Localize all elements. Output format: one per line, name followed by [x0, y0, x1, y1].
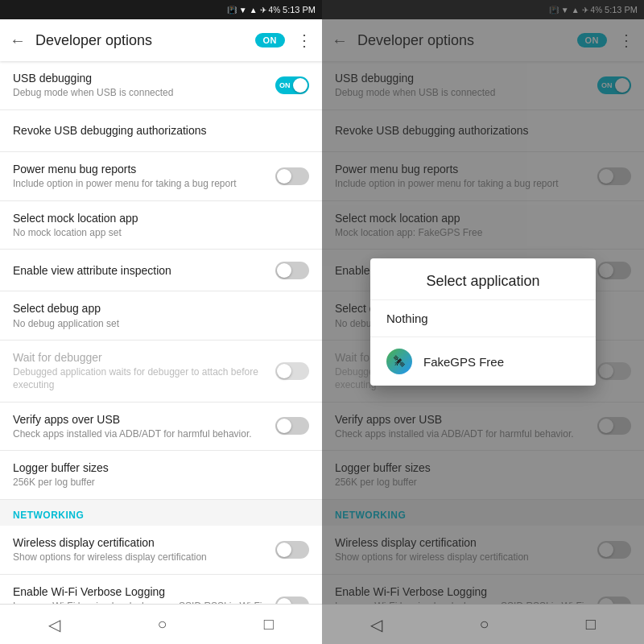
view-attribute-item[interactable]: Enable view attribute inspection — [0, 250, 322, 291]
battery-percent: 4% — [269, 6, 280, 14]
developer-toggle-left[interactable]: ON — [255, 33, 286, 47]
back-nav-left[interactable]: ◁ — [48, 615, 60, 634]
debug-app-item[interactable]: Select debug app No debug application se… — [0, 291, 322, 341]
home-nav-left[interactable]: ○ — [157, 615, 167, 634]
mock-location-title: Select mock location app — [13, 211, 303, 225]
toggle-knob — [293, 78, 308, 93]
recents-nav-left[interactable]: □ — [264, 615, 274, 634]
power-menu-text: Power menu bug reports Include option in… — [13, 162, 269, 191]
power-menu-toggle[interactable] — [275, 167, 309, 185]
left-panel: 📳 ▼ ▲ ✈ 4% 5:13 PM ← Developer options O… — [0, 0, 322, 644]
dialog-item-fakegps[interactable]: 🛰 FakeGPS Free — [370, 336, 596, 386]
logger-buffer-item[interactable]: Logger buffer sizes 256K per log buffer — [0, 451, 322, 500]
wireless-display-title: Wireless display certification — [13, 535, 269, 550]
wireless-display-toggle[interactable] — [275, 541, 309, 559]
verify-apps-text: Verify apps over USB Check apps installe… — [13, 412, 269, 441]
revoke-usb-title: Revoke USB debugging authorizations — [13, 123, 303, 138]
wait-debugger-toggle — [275, 362, 309, 380]
logger-buffer-subtitle: 256K per log buffer — [13, 477, 303, 489]
wait-debugger-text: Wait for debugger Debugged application w… — [13, 350, 269, 391]
wait-debugger-item: Wait for debugger Debugged application w… — [0, 341, 322, 402]
wifi-verbose-item[interactable]: Enable Wi-Fi Verbose Logging Increase Wi… — [0, 575, 322, 604]
vibrate-icon: 📳 — [227, 6, 237, 14]
usb-debugging-text: USB debugging Debug mode when USB is con… — [13, 71, 269, 100]
wireless-display-text: Wireless display certification Show opti… — [13, 535, 269, 564]
toggle-on-label: ON — [279, 81, 291, 89]
toggle-knob — [277, 543, 291, 557]
usb-debugging-item[interactable]: USB debugging Debug mode when USB is con… — [0, 61, 322, 110]
wifi-verbose-text: Enable Wi-Fi Verbose Logging Increase Wi… — [13, 584, 269, 604]
verify-apps-item[interactable]: Verify apps over USB Check apps installe… — [0, 402, 322, 452]
usb-debugging-subtitle: Debug mode when USB is connected — [13, 87, 269, 100]
mock-location-text: Select mock location app No mock locatio… — [13, 211, 303, 240]
dialog-overlay[interactable]: Select application Nothing 🛰 FakeGPS Fre… — [322, 0, 644, 644]
wireless-display-item[interactable]: Wireless display certification Show opti… — [0, 526, 322, 575]
toggle-knob — [277, 263, 291, 278]
networking-section-header: NETWORKING — [0, 500, 322, 526]
view-attribute-text: Enable view attribute inspection — [13, 263, 269, 278]
more-menu-left[interactable]: ⋮ — [296, 31, 312, 50]
status-time: 5:13 PM — [283, 5, 316, 14]
mock-location-item[interactable]: Select mock location app No mock locatio… — [0, 201, 322, 250]
wifi-verbose-toggle[interactable] — [275, 597, 309, 604]
fakegps-label: FakeGPS Free — [423, 355, 504, 369]
power-menu-title: Power menu bug reports — [13, 162, 269, 176]
mock-location-subtitle: No mock location app set — [13, 227, 303, 240]
view-attribute-toggle[interactable] — [275, 262, 309, 279]
debug-app-subtitle: No debug application set — [13, 318, 303, 331]
dialog-item-nothing[interactable]: Nothing — [370, 299, 596, 336]
power-menu-subtitle: Include option in power menu for taking … — [13, 178, 269, 191]
settings-list-left: USB debugging Debug mode when USB is con… — [0, 61, 322, 604]
status-bar-left: 📳 ▼ ▲ ✈ 4% 5:13 PM — [0, 0, 322, 19]
nothing-label: Nothing — [386, 312, 428, 325]
fakegps-icon: 🛰 — [386, 349, 412, 374]
verify-apps-toggle[interactable] — [275, 417, 309, 435]
dialog-title: Select application — [370, 258, 596, 299]
verify-apps-subtitle: Check apps installed via ADB/ADT for har… — [13, 428, 269, 441]
signal-icon: ▼ — [239, 6, 247, 14]
toggle-knob — [277, 364, 291, 378]
wifi-icon: ▲ — [250, 6, 258, 14]
logger-buffer-title: Logger buffer sizes — [13, 460, 303, 475]
usb-debugging-toggle[interactable]: ON — [275, 76, 309, 94]
revoke-usb-text: Revoke USB debugging authorizations — [13, 123, 303, 138]
wifi-verbose-title: Enable Wi-Fi Verbose Logging — [13, 584, 269, 599]
toggle-knob — [277, 598, 291, 604]
power-menu-item[interactable]: Power menu bug reports Include option in… — [0, 152, 322, 201]
select-application-dialog: Select application Nothing 🛰 FakeGPS Fre… — [370, 258, 596, 386]
right-panel: 📳 ▼ ▲ ✈ 4% 5:13 PM ← Developer options O… — [322, 0, 644, 644]
debug-app-text: Select debug app No debug application se… — [13, 301, 303, 330]
wait-debugger-title: Wait for debugger — [13, 350, 269, 365]
view-attribute-title: Enable view attribute inspection — [13, 263, 269, 278]
status-icons-left: 📳 ▼ ▲ ✈ 4% 5:13 PM — [227, 5, 316, 14]
wait-debugger-subtitle: Debugged application waits for debugger … — [13, 366, 269, 391]
top-bar-left: ← Developer options ON ⋮ — [0, 19, 322, 61]
toggle-knob — [277, 169, 291, 184]
wireless-display-subtitle: Show options for wireless display certif… — [13, 551, 269, 564]
debug-app-title: Select debug app — [13, 301, 303, 316]
nav-bar-left: ◁ ○ □ — [0, 604, 322, 644]
verify-apps-title: Verify apps over USB — [13, 412, 269, 427]
usb-debugging-title: USB debugging — [13, 71, 269, 85]
page-title-left: Developer options — [35, 32, 249, 49]
logger-buffer-text: Logger buffer sizes 256K per log buffer — [13, 460, 303, 489]
back-button-left[interactable]: ← — [10, 31, 26, 50]
revoke-usb-item[interactable]: Revoke USB debugging authorizations — [0, 110, 322, 152]
toggle-knob — [277, 419, 291, 433]
plane-icon: ✈ — [260, 6, 266, 14]
fakegps-icon-symbol: 🛰 — [394, 355, 405, 368]
